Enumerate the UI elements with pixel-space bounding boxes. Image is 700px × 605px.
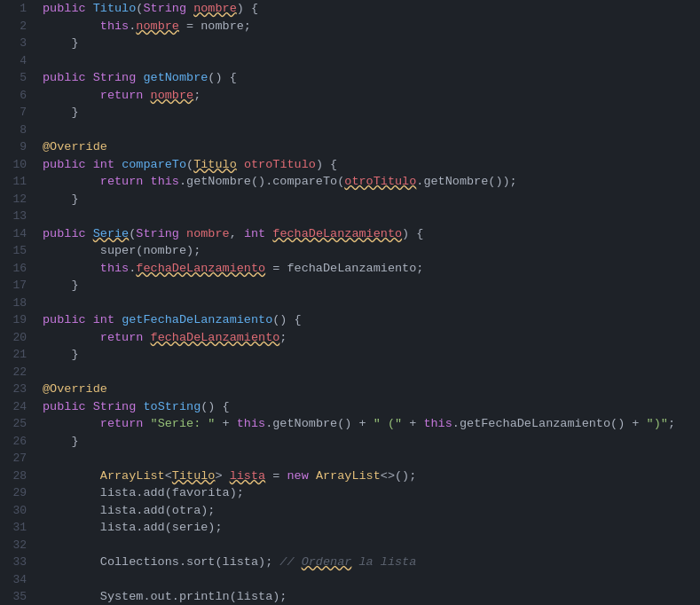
code-line: } <box>43 277 700 295</box>
line-number: 25 <box>0 415 27 433</box>
line-number: 29 <box>0 484 27 502</box>
line-number: 31 <box>0 519 27 537</box>
code-line: public Titulo(String nombre) { <box>43 0 700 18</box>
line-number: 33 <box>0 554 27 571</box>
line-number: 3 <box>0 35 27 52</box>
line-number: 22 <box>0 364 27 381</box>
code-line: return "Serie: " + this.getNombre() + " … <box>43 415 700 433</box>
code-line: @Override <box>43 381 700 398</box>
code-line: lista.add(serie); <box>43 519 700 537</box>
line-number: 10 <box>0 156 27 174</box>
code-line: @Override <box>43 138 700 156</box>
code-line <box>43 364 700 381</box>
code-line: public String getNombre() { <box>43 69 700 87</box>
code-line: super(nombre); <box>43 242 700 260</box>
code-line: } <box>43 191 700 208</box>
line-number: 35 <box>0 588 27 605</box>
code-editor: 1234567891011121314151617181920212223242… <box>0 0 700 605</box>
code-line: } <box>43 346 700 364</box>
line-number: 30 <box>0 502 27 520</box>
line-number: 28 <box>0 468 27 485</box>
line-numbers: 1234567891011121314151617181920212223242… <box>0 0 34 605</box>
line-number: 7 <box>0 104 27 122</box>
line-number: 32 <box>0 537 27 554</box>
code-line <box>43 537 700 554</box>
line-number: 6 <box>0 87 27 105</box>
line-number: 16 <box>0 260 27 278</box>
line-number: 23 <box>0 381 27 398</box>
code-line: } <box>43 104 700 122</box>
line-number: 27 <box>0 450 27 468</box>
line-number: 4 <box>0 52 27 70</box>
line-number: 18 <box>0 295 27 312</box>
code-line <box>43 208 700 225</box>
code-line: public int compareTo(Titulo otroTitulo) … <box>43 156 700 174</box>
code-line: public Serie(String nombre, int fechaDeL… <box>43 225 700 243</box>
code-line <box>43 52 700 70</box>
line-number: 13 <box>0 208 27 225</box>
code-line: return this.getNombre().compareTo(otroTi… <box>43 173 700 191</box>
code-line: return fechaDeLanzamiento; <box>43 329 700 347</box>
line-number: 11 <box>0 173 27 191</box>
code-line: this.nombre = nombre; <box>43 18 700 35</box>
line-number: 20 <box>0 329 27 347</box>
line-number: 2 <box>0 18 27 35</box>
code-line: public int getFechaDeLanzamiento() { <box>43 311 700 329</box>
code-line: lista.add(favorita); <box>43 484 700 502</box>
line-number: 9 <box>0 138 27 156</box>
line-number: 19 <box>0 311 27 329</box>
line-number: 21 <box>0 346 27 364</box>
code-line: ArrayList<Titulo> lista = new ArrayList<… <box>43 468 700 485</box>
line-number: 24 <box>0 398 27 416</box>
code-line: Collections.sort(lista); // Ordenar la l… <box>43 554 700 571</box>
code-line <box>43 450 700 468</box>
code-line: System.out.println(lista); <box>43 588 700 605</box>
line-number: 12 <box>0 191 27 208</box>
line-number: 14 <box>0 225 27 243</box>
code-line: } <box>43 35 700 52</box>
code-line: } <box>43 433 700 451</box>
code-line: public String toString() { <box>43 398 700 416</box>
line-number: 1 <box>0 0 27 18</box>
code-line <box>43 571 700 589</box>
line-number: 5 <box>0 69 27 87</box>
code-line: lista.add(otra); <box>43 502 700 520</box>
line-number: 15 <box>0 242 27 260</box>
line-number: 17 <box>0 277 27 295</box>
line-number: 34 <box>0 571 27 589</box>
code-line: this.fechaDeLanzamiento = fechaDeLanzami… <box>43 260 700 278</box>
line-number: 8 <box>0 122 27 139</box>
code-line: return nombre; <box>43 87 700 105</box>
code-line <box>43 295 700 312</box>
code-content: public Titulo(String nombre) { this.nomb… <box>34 0 700 605</box>
line-number: 26 <box>0 433 27 451</box>
code-line <box>43 122 700 139</box>
